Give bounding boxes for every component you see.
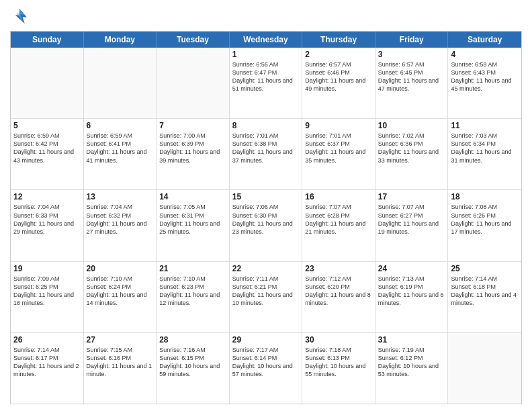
day-cell-empty-0-2: [157, 48, 230, 118]
day-number: 3: [378, 50, 445, 59]
day-info: Sunrise: 6:57 AM Sunset: 6:45 PM Dayligh…: [378, 60, 445, 93]
day-number: 21: [159, 264, 226, 273]
calendar-header: SundayMondayTuesdayWednesdayThursdayFrid…: [11, 32, 521, 48]
logo: [10, 7, 32, 26]
day-cell-5: 5Sunrise: 6:59 AM Sunset: 6:42 PM Daylig…: [11, 119, 84, 189]
day-info: Sunrise: 7:04 AM Sunset: 6:32 PM Dayligh…: [87, 203, 154, 236]
day-info: Sunrise: 7:14 AM Sunset: 6:17 PM Dayligh…: [13, 346, 81, 379]
day-number: 20: [87, 264, 154, 273]
header: [10, 7, 522, 26]
day-number: 12: [13, 192, 81, 201]
day-info: Sunrise: 7:01 AM Sunset: 6:38 PM Dayligh…: [232, 132, 300, 165]
day-number: 19: [13, 264, 81, 273]
day-info: Sunrise: 6:59 AM Sunset: 6:42 PM Dayligh…: [13, 132, 81, 165]
day-info: Sunrise: 7:10 AM Sunset: 6:24 PM Dayligh…: [87, 275, 154, 308]
day-info: Sunrise: 7:15 AM Sunset: 6:16 PM Dayligh…: [87, 346, 154, 379]
day-cell-13: 13Sunrise: 7:04 AM Sunset: 6:32 PM Dayli…: [84, 190, 157, 261]
day-cell-20: 20Sunrise: 7:10 AM Sunset: 6:24 PM Dayli…: [84, 262, 157, 332]
day-number: 18: [451, 192, 519, 201]
header-day-sunday: Sunday: [11, 32, 84, 48]
day-info: Sunrise: 6:56 AM Sunset: 6:47 PM Dayligh…: [232, 60, 300, 93]
header-day-tuesday: Tuesday: [157, 32, 230, 48]
day-number: 30: [305, 335, 372, 345]
day-number: 28: [159, 335, 226, 345]
day-info: Sunrise: 7:10 AM Sunset: 6:23 PM Dayligh…: [159, 275, 226, 308]
day-info: Sunrise: 7:11 AM Sunset: 6:21 PM Dayligh…: [232, 275, 300, 308]
day-number: 1: [232, 50, 300, 59]
day-cell-19: 19Sunrise: 7:09 AM Sunset: 6:25 PM Dayli…: [11, 262, 84, 332]
day-number: 5: [13, 121, 81, 130]
day-info: Sunrise: 7:08 AM Sunset: 6:26 PM Dayligh…: [451, 203, 519, 236]
logo-icon: [10, 7, 29, 26]
day-number: 16: [305, 192, 372, 201]
calendar-body: 1Sunrise: 6:56 AM Sunset: 6:47 PM Daylig…: [11, 48, 521, 404]
day-cell-30: 30Sunrise: 7:18 AM Sunset: 6:13 PM Dayli…: [302, 333, 375, 404]
day-number: 4: [451, 50, 519, 59]
day-cell-31: 31Sunrise: 7:19 AM Sunset: 6:12 PM Dayli…: [375, 333, 449, 404]
day-cell-11: 11Sunrise: 7:03 AM Sunset: 6:34 PM Dayli…: [448, 119, 521, 189]
day-number: 6: [87, 121, 154, 130]
day-info: Sunrise: 6:58 AM Sunset: 6:43 PM Dayligh…: [451, 60, 519, 93]
day-number: 24: [378, 264, 445, 273]
day-cell-23: 23Sunrise: 7:12 AM Sunset: 6:20 PM Dayli…: [302, 262, 375, 332]
calendar-row-1: 5Sunrise: 6:59 AM Sunset: 6:42 PM Daylig…: [11, 119, 521, 190]
day-number: 8: [232, 121, 300, 130]
day-info: Sunrise: 7:00 AM Sunset: 6:39 PM Dayligh…: [159, 132, 226, 165]
day-cell-26: 26Sunrise: 7:14 AM Sunset: 6:17 PM Dayli…: [11, 333, 84, 404]
day-cell-17: 17Sunrise: 7:07 AM Sunset: 6:27 PM Dayli…: [375, 190, 449, 261]
day-info: Sunrise: 7:09 AM Sunset: 6:25 PM Dayligh…: [13, 275, 81, 308]
day-cell-29: 29Sunrise: 7:17 AM Sunset: 6:14 PM Dayli…: [230, 333, 303, 404]
calendar-row-2: 12Sunrise: 7:04 AM Sunset: 6:33 PM Dayli…: [11, 190, 521, 261]
day-cell-21: 21Sunrise: 7:10 AM Sunset: 6:23 PM Dayli…: [157, 262, 230, 332]
day-number: 15: [232, 192, 300, 201]
day-cell-8: 8Sunrise: 7:01 AM Sunset: 6:38 PM Daylig…: [230, 119, 303, 189]
day-cell-14: 14Sunrise: 7:05 AM Sunset: 6:31 PM Dayli…: [157, 190, 230, 261]
day-cell-24: 24Sunrise: 7:13 AM Sunset: 6:19 PM Dayli…: [375, 262, 449, 332]
day-number: 10: [378, 121, 445, 130]
day-info: Sunrise: 7:13 AM Sunset: 6:19 PM Dayligh…: [378, 275, 445, 308]
day-info: Sunrise: 7:07 AM Sunset: 6:27 PM Dayligh…: [378, 203, 445, 236]
day-cell-25: 25Sunrise: 7:14 AM Sunset: 6:18 PM Dayli…: [448, 262, 521, 332]
day-cell-9: 9Sunrise: 7:01 AM Sunset: 6:37 PM Daylig…: [302, 119, 375, 189]
day-cell-16: 16Sunrise: 7:07 AM Sunset: 6:28 PM Dayli…: [302, 190, 375, 261]
day-cell-empty-4-6: [448, 333, 521, 404]
day-number: 22: [232, 264, 300, 273]
day-cell-7: 7Sunrise: 7:00 AM Sunset: 6:39 PM Daylig…: [157, 119, 230, 189]
day-number: 13: [87, 192, 154, 201]
day-cell-10: 10Sunrise: 7:02 AM Sunset: 6:36 PM Dayli…: [375, 119, 449, 189]
day-cell-18: 18Sunrise: 7:08 AM Sunset: 6:26 PM Dayli…: [448, 190, 521, 261]
day-info: Sunrise: 7:01 AM Sunset: 6:37 PM Dayligh…: [305, 132, 372, 165]
day-number: 23: [305, 264, 372, 273]
day-info: Sunrise: 7:04 AM Sunset: 6:33 PM Dayligh…: [13, 203, 81, 236]
day-info: Sunrise: 7:07 AM Sunset: 6:28 PM Dayligh…: [305, 203, 372, 236]
day-number: 7: [159, 121, 226, 130]
day-cell-28: 28Sunrise: 7:16 AM Sunset: 6:15 PM Dayli…: [157, 333, 230, 404]
day-info: Sunrise: 7:18 AM Sunset: 6:13 PM Dayligh…: [305, 346, 372, 379]
day-info: Sunrise: 7:05 AM Sunset: 6:31 PM Dayligh…: [159, 203, 226, 236]
day-number: 9: [305, 121, 372, 130]
day-cell-27: 27Sunrise: 7:15 AM Sunset: 6:16 PM Dayli…: [84, 333, 157, 404]
day-number: 27: [87, 335, 154, 345]
day-info: Sunrise: 7:14 AM Sunset: 6:18 PM Dayligh…: [451, 275, 519, 308]
day-info: Sunrise: 7:12 AM Sunset: 6:20 PM Dayligh…: [305, 275, 372, 308]
day-cell-empty-0-0: [11, 48, 84, 118]
calendar-row-3: 19Sunrise: 7:09 AM Sunset: 6:25 PM Dayli…: [11, 262, 521, 333]
day-cell-12: 12Sunrise: 7:04 AM Sunset: 6:33 PM Dayli…: [11, 190, 84, 261]
day-info: Sunrise: 7:03 AM Sunset: 6:34 PM Dayligh…: [451, 132, 519, 165]
day-number: 11: [451, 121, 519, 130]
calendar-row-4: 26Sunrise: 7:14 AM Sunset: 6:17 PM Dayli…: [11, 333, 521, 404]
day-number: 17: [378, 192, 445, 201]
day-cell-1: 1Sunrise: 6:56 AM Sunset: 6:47 PM Daylig…: [230, 48, 303, 118]
day-info: Sunrise: 6:59 AM Sunset: 6:41 PM Dayligh…: [87, 132, 154, 165]
day-number: 31: [378, 335, 445, 345]
calendar-row-0: 1Sunrise: 6:56 AM Sunset: 6:47 PM Daylig…: [11, 48, 521, 119]
header-day-monday: Monday: [84, 32, 157, 48]
day-info: Sunrise: 6:57 AM Sunset: 6:46 PM Dayligh…: [305, 60, 372, 93]
day-cell-empty-0-1: [84, 48, 157, 118]
day-cell-2: 2Sunrise: 6:57 AM Sunset: 6:46 PM Daylig…: [302, 48, 375, 118]
header-day-saturday: Saturday: [448, 32, 521, 48]
day-info: Sunrise: 7:06 AM Sunset: 6:30 PM Dayligh…: [232, 203, 300, 236]
day-cell-15: 15Sunrise: 7:06 AM Sunset: 6:30 PM Dayli…: [230, 190, 303, 261]
day-number: 2: [305, 50, 372, 59]
day-number: 25: [451, 264, 519, 273]
